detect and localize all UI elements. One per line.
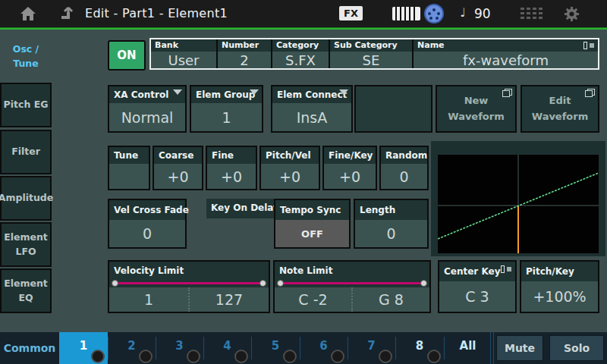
keyboard-icon[interactable] bbox=[392, 7, 420, 20]
section-divider bbox=[490, 332, 491, 364]
tab-divider bbox=[108, 337, 109, 359]
slider-handle-high[interactable] bbox=[420, 280, 427, 287]
velocity-limit-high[interactable]: 127 bbox=[188, 287, 269, 312]
tab-common[interactable]: Common bbox=[0, 332, 59, 364]
number-field[interactable]: Number 2 bbox=[218, 39, 272, 68]
mute-button[interactable]: Mute bbox=[496, 335, 543, 361]
sidebar-item-label: Filter bbox=[11, 145, 40, 159]
tune-coarse-cell[interactable]: Coarse +0 bbox=[153, 146, 203, 190]
note-limit-slider[interactable] bbox=[275, 280, 429, 287]
category-field[interactable]: Category S.FX bbox=[272, 39, 330, 68]
key-on-delay-label: Key On Delay bbox=[206, 199, 274, 218]
name-label: Name bbox=[414, 39, 598, 52]
tab-element-4[interactable]: 4 bbox=[203, 332, 251, 364]
length-label: Length bbox=[355, 200, 427, 220]
chevron-down-icon bbox=[250, 89, 259, 95]
element-status-indicator bbox=[187, 350, 200, 363]
tab-divider bbox=[251, 337, 252, 359]
tab-all[interactable]: All bbox=[444, 332, 492, 364]
home-icon[interactable] bbox=[20, 6, 36, 21]
edit-waveform-button[interactable]: Edit Waveform bbox=[521, 85, 599, 133]
element-tab-bar: Common 1 2 3 4 5 6 7 8 bbox=[0, 332, 607, 364]
gear-icon[interactable] bbox=[563, 5, 580, 23]
pitch-vel-label: Pitch/Vel bbox=[261, 147, 319, 164]
tab-element-7[interactable]: 7 bbox=[348, 332, 395, 364]
number-label: Number bbox=[218, 39, 271, 52]
tab-element-8[interactable]: 8 bbox=[395, 332, 444, 364]
text-entry-icon[interactable] bbox=[583, 42, 594, 49]
bank-label: Bank bbox=[151, 39, 216, 52]
element-on-button[interactable]: ON bbox=[108, 40, 146, 71]
element-name-block: Bank User Number 2 Category S.FX Sub Cat… bbox=[149, 38, 599, 70]
tune-fine-cell[interactable]: Fine +0 bbox=[206, 146, 257, 190]
modx-element-edit-screen: Edit - Part1 - Element1 FX ♩ 90 Osc bbox=[0, 0, 607, 364]
sidebar-item-amplitude[interactable]: Amplitude bbox=[0, 176, 52, 221]
solo-button[interactable]: Solo bbox=[549, 335, 604, 361]
tab-divider bbox=[203, 337, 204, 359]
empty-cell bbox=[354, 85, 432, 133]
center-key-cell[interactable]: Center Key C 3 bbox=[438, 260, 517, 313]
tune-group-cell: Tune bbox=[108, 146, 150, 190]
element-status-indicator bbox=[139, 350, 153, 363]
velocity-limit-cell[interactable]: Velocity Limit 1 127 bbox=[108, 260, 270, 313]
tab-element-2[interactable]: 2 bbox=[108, 332, 156, 364]
pitch-key-cell[interactable]: Pitch/Key +100% bbox=[520, 260, 599, 313]
random-value: 0 bbox=[381, 164, 427, 189]
sidebar-item-element-eq[interactable]: Element EQ bbox=[0, 268, 52, 313]
xa-control-value: Normal bbox=[109, 103, 185, 131]
random-cell[interactable]: Random 0 bbox=[379, 146, 429, 190]
velocity-limit-low[interactable]: 1 bbox=[109, 287, 188, 312]
fine-key-value: +0 bbox=[324, 164, 376, 189]
midi-icon[interactable] bbox=[424, 4, 444, 24]
pitch-key-graph-panel bbox=[431, 141, 605, 256]
tempo-value[interactable]: 90 bbox=[474, 6, 491, 21]
return-up-icon[interactable] bbox=[59, 6, 76, 21]
note-limit-low[interactable]: C -2 bbox=[275, 287, 351, 312]
sidebar-item-label: Amplitude bbox=[0, 191, 53, 206]
name-field[interactable]: Name fx-waveform bbox=[414, 39, 598, 68]
elem-connect-value: InsA bbox=[272, 103, 351, 131]
category-label: Category bbox=[272, 39, 329, 52]
tab-element-1[interactable]: 1 bbox=[59, 332, 108, 364]
note-limit-high[interactable]: G 8 bbox=[351, 287, 429, 312]
tempo-sync-toggle[interactable]: OFF bbox=[275, 220, 349, 247]
quarter-note-icon: ♩ bbox=[460, 5, 466, 20]
sidebar-item-filter[interactable]: Filter bbox=[0, 130, 52, 174]
popup-window-icon bbox=[585, 89, 595, 97]
tab-element-5[interactable]: 5 bbox=[251, 332, 300, 364]
elem-group-dropdown[interactable]: Elem Group 1 bbox=[190, 85, 263, 133]
keyboard-entry-icon[interactable] bbox=[501, 265, 511, 273]
sidebar-item-element-lfo[interactable]: Element LFO bbox=[0, 222, 52, 267]
chevron-down-icon bbox=[173, 89, 182, 95]
element-status-indicator bbox=[234, 350, 248, 363]
xa-control-dropdown[interactable]: XA Control Normal bbox=[108, 85, 187, 133]
page-title: Edit - Part1 - Element1 bbox=[85, 6, 228, 20]
slider-handle-low[interactable] bbox=[112, 280, 118, 287]
pitch-vel-cell[interactable]: Pitch/Vel +0 bbox=[259, 146, 320, 190]
bank-field[interactable]: Bank User bbox=[151, 39, 218, 68]
sub-category-field[interactable]: Sub Category SE bbox=[330, 39, 414, 68]
sidebar-item-osc-tune[interactable]: Osc / Tune bbox=[0, 30, 52, 83]
fine-key-cell[interactable]: Fine/Key +0 bbox=[322, 146, 377, 190]
slider-handle-high[interactable] bbox=[259, 280, 266, 287]
tab-divider bbox=[348, 337, 348, 359]
bank-value: User bbox=[151, 52, 216, 68]
element-status-indicator bbox=[91, 350, 105, 363]
velocity-limit-slider[interactable] bbox=[109, 280, 269, 287]
tab-element-6[interactable]: 6 bbox=[300, 332, 348, 364]
new-waveform-button[interactable]: New Waveform bbox=[436, 85, 517, 133]
sidebar-item-label: Pitch EG bbox=[4, 98, 49, 112]
vel-cross-fade-cell[interactable]: Vel Cross Fade 0 bbox=[108, 199, 187, 249]
elem-connect-label: Elem Connect bbox=[272, 86, 351, 103]
sidebar-item-pitch-eg[interactable]: Pitch EG bbox=[0, 83, 52, 127]
length-cell[interactable]: Length 0 bbox=[354, 199, 429, 249]
tab-element-3[interactable]: 3 bbox=[156, 332, 203, 364]
fx-badge[interactable]: FX bbox=[339, 6, 363, 20]
tab-divider bbox=[156, 337, 156, 359]
xa-control-label: XA Control bbox=[109, 86, 185, 103]
slider-handle-low[interactable] bbox=[277, 280, 284, 287]
note-limit-cell[interactable]: Note Limit C -2 G 8 bbox=[273, 260, 431, 313]
elem-group-label: Elem Group bbox=[191, 86, 262, 103]
grid-icon[interactable] bbox=[521, 8, 545, 20]
elem-connect-dropdown[interactable]: Elem Connect InsA bbox=[271, 85, 353, 133]
